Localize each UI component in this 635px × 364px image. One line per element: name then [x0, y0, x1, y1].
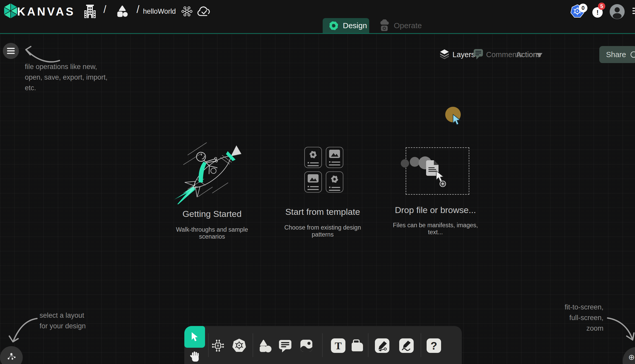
brand-name: KANVAS [17, 5, 75, 18]
operate-tab-icon [378, 19, 390, 32]
drop-trail-dot [401, 159, 409, 168]
annotation-zoom-controls: fit-to-screen, full-screen, zoom [552, 302, 603, 334]
image-media-icon [299, 338, 314, 353]
workspace-icon[interactable] [116, 5, 129, 18]
organization-icon[interactable] [83, 4, 97, 19]
drop-title: Drop file or browse... [386, 205, 485, 215]
notification-count-badge[interactable]: 5 [598, 3, 605, 10]
person-icon [610, 4, 625, 19]
template-title: Start from template [274, 207, 372, 217]
svg-text:?: ? [430, 340, 437, 352]
toolbar-divider [421, 333, 421, 357]
design-glyph-icon [308, 149, 318, 160]
tool-image[interactable] [299, 338, 314, 353]
design-tab-icon [328, 20, 339, 31]
template-tile [304, 147, 322, 168]
tool-pen[interactable] [375, 338, 390, 353]
toolbar-divider [368, 333, 368, 357]
layout-graph-icon [7, 352, 16, 361]
image-glyph-icon [307, 174, 319, 183]
cloud-save-status-icon[interactable] [196, 5, 211, 18]
share-button-label: Share [606, 50, 626, 59]
tool-connections[interactable] [210, 338, 225, 353]
toolbar-divider [253, 333, 253, 357]
layers-button[interactable]: Layers [452, 50, 475, 59]
tool-help[interactable]: ? [426, 338, 441, 353]
app-header: KANVAS / / helloWorld [0, 0, 635, 33]
zoom-in-icon[interactable]: ⊕ [628, 353, 635, 362]
template-preview-grid[interactable] [304, 147, 343, 193]
design-glyph-icon [329, 174, 340, 184]
template-tile [326, 171, 343, 193]
shapes-icon [258, 338, 272, 353]
tool-pan[interactable] [189, 351, 201, 363]
connections-chip-icon [211, 338, 225, 353]
user-avatar[interactable] [610, 4, 625, 19]
select-cursor-icon [190, 332, 199, 342]
image-glyph-icon [329, 149, 340, 158]
tool-comment[interactable] [278, 338, 293, 353]
tool-kubernetes[interactable] [232, 338, 247, 353]
tool-text[interactable]: T [331, 338, 346, 353]
tab-design-label: Design [343, 21, 367, 30]
template-tile [326, 147, 343, 168]
breadcrumb-separator: / [103, 4, 106, 15]
getting-started-subtitle: Walk-throughs and sample scenarios [165, 226, 259, 240]
template-subtitle: Choose from existing design patterns [274, 224, 372, 238]
header-menu-icon[interactable] [632, 8, 635, 17]
notes-icon [350, 338, 365, 353]
tab-operate-label: Operate [394, 21, 422, 30]
environment-hub-icon[interactable] [181, 5, 193, 17]
kubernetes-count-badge[interactable]: 0 [579, 4, 587, 12]
svg-text:T: T [335, 340, 342, 352]
comments-icon [473, 49, 483, 60]
breadcrumb-separator: / [137, 4, 139, 15]
sketch-tool-icon [399, 338, 414, 353]
main-menu-button[interactable] [3, 43, 19, 59]
actions-dropdown-caret-icon[interactable] [536, 52, 543, 58]
notification-count: 5 [600, 3, 603, 9]
help-icon: ? [427, 338, 441, 353]
annotation-select-layout: select a layout for your design [40, 310, 86, 331]
tool-notes[interactable] [350, 338, 365, 353]
kubernetes-helm-icon [232, 338, 247, 353]
tool-shapes[interactable] [258, 338, 273, 353]
template-tile [304, 171, 322, 193]
pen-tool-icon [375, 338, 389, 353]
tab-design[interactable]: Design [323, 18, 369, 33]
share-button[interactable]: Share [599, 46, 635, 63]
share-lock-icon [630, 51, 635, 58]
comment-bubble-icon [278, 338, 292, 353]
layers-icon [440, 49, 449, 60]
hand-icon [189, 351, 201, 363]
annotation-arrow-layout [7, 315, 40, 345]
drop-cursor-icon [434, 170, 447, 187]
card-drop-file[interactable]: Drop file or browse... Files can be mani… [386, 205, 485, 236]
tool-select[interactable] [184, 326, 205, 348]
annotation-file-operations: file operations like new, open, save, ex… [25, 62, 108, 93]
kanvas-logo-icon[interactable] [3, 3, 18, 19]
annotation-arrow-zoom [605, 314, 635, 343]
design-name[interactable]: helloWorld [143, 7, 176, 16]
tab-accent-line [0, 33, 635, 34]
drop-subtitle: Files can be manifests, images, text... [386, 222, 485, 236]
getting-started-title: Getting Started [165, 209, 259, 219]
collaborator-cursor-icon [452, 114, 463, 126]
card-getting-started[interactable]: Getting Started Walk-throughs and sample… [165, 129, 259, 238]
kubernetes-count: 0 [581, 5, 585, 11]
drop-trail-dot [410, 157, 420, 167]
toolbar-divider [322, 333, 323, 357]
toolbar-divider [208, 333, 209, 357]
card-start-from-template[interactable]: Start from template Choose from existing… [274, 207, 372, 238]
tab-operate[interactable]: Operate [373, 18, 428, 33]
rocket-doodle [171, 129, 259, 204]
tool-sketch[interactable] [399, 338, 414, 353]
text-tool-icon: T [331, 338, 345, 353]
design-toolbar: T [184, 326, 462, 364]
hamburger-icon [7, 48, 15, 54]
